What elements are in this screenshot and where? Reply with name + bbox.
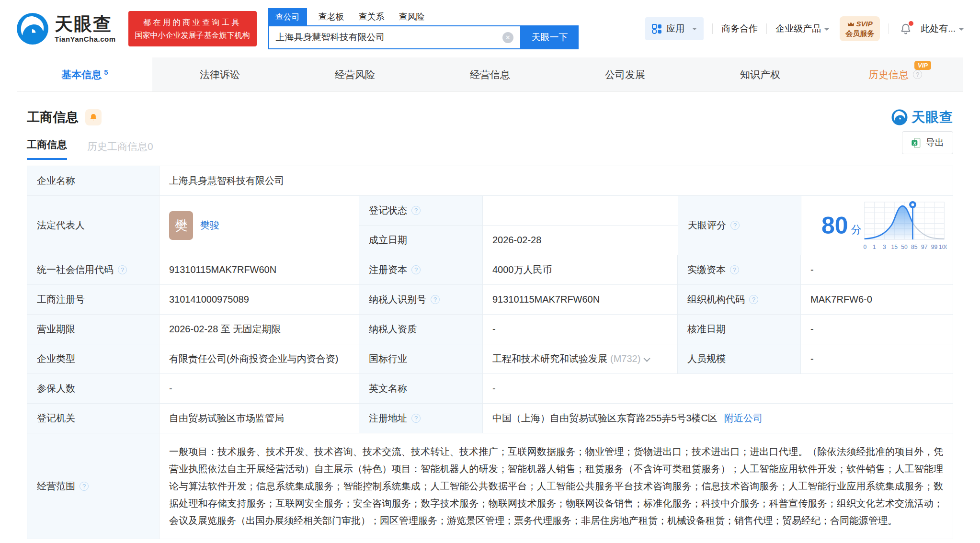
search-input-value: 上海具身慧智科技有限公司 xyxy=(276,31,502,44)
reg-number-label: 工商注册号 xyxy=(27,285,160,314)
search-module: 查公司 查老板 查关系 查风险 上海具身慧智科技有限公司 ✕ 天眼一下 xyxy=(268,8,579,49)
taxpayer-qual-value: - xyxy=(483,315,678,344)
org-code-label: 组织机构代码? xyxy=(678,285,801,314)
tab-history-info[interactable]: VIP 历史信息 ? xyxy=(828,57,963,91)
subtab-history-business-info[interactable]: 历史工商信息0 xyxy=(87,140,153,160)
search-tab-risk[interactable]: 查风险 xyxy=(399,11,425,23)
search-tab-company[interactable]: 查公司 xyxy=(268,8,307,26)
reg-address-label: 注册地址? xyxy=(359,404,483,433)
table-row-legal-rep: 法定代表人 樊 樊骏 登记状态? 成立日期 2026-02-28 天眼评分? 8… xyxy=(27,196,953,255)
main-tab-bar: 基本信息 5 法律诉讼 经营风险 经营信息 公司发展 知识产权 VIP 历史信息… xyxy=(17,57,963,92)
nav-divider xyxy=(766,23,767,34)
help-icon[interactable]: ? xyxy=(730,221,740,230)
table-row-reg-authority: 登记机关 自由贸易试验区市场监管局 注册地址? 中国（上海）自由贸易试验区东育路… xyxy=(27,404,953,433)
english-name-label: 英文名称 xyxy=(359,374,483,403)
search-tab-boss[interactable]: 查老板 xyxy=(319,11,344,23)
company-type-label: 企业类型 xyxy=(27,344,160,373)
nav-enterprise-products[interactable]: 企业级产品 xyxy=(775,23,829,35)
business-scope-value: 一般项目：技术服务、技术开发、技术咨询、技术交流、技术转让、技术推广；互联网数据… xyxy=(160,433,953,539)
notification-dot xyxy=(909,21,913,26)
svip-membership-badge[interactable]: SVIP 会员服务 xyxy=(840,16,880,41)
reg-capital-label: 注册资本? xyxy=(359,255,483,284)
top-header: 天眼查 TianYanCha.com 都在用的商业查询工具 国家中小企业发展子基… xyxy=(0,0,980,57)
search-button[interactable]: 天眼一下 xyxy=(521,25,579,49)
org-code-value: MAK7RFW6-0 xyxy=(801,285,953,314)
reg-authority-value: 自由贸易试验区市场监管局 xyxy=(160,404,359,433)
industry-value: 工程和技术研究和试验发展 (M732) xyxy=(483,344,678,373)
reg-authority-label: 登记机关 xyxy=(27,404,160,433)
help-icon[interactable]: ? xyxy=(730,265,739,274)
business-info-section: 工商信息 天眼查 工商信息 历史工商信息0 导出 xyxy=(0,108,980,539)
table-subrow-est-date: 成立日期 2026-02-28 xyxy=(359,226,678,255)
help-icon[interactable]: ? xyxy=(749,295,758,304)
help-icon[interactable]: ? xyxy=(411,265,421,274)
table-row-credit-code: 统一社会信用代码? 91310115MAK7RFW60N 注册资本? 4000万… xyxy=(27,255,953,285)
nav-divider xyxy=(712,23,713,34)
tianyancha-watermark-icon xyxy=(891,109,908,125)
svg-text:50: 50 xyxy=(901,244,908,250)
nav-divider xyxy=(889,23,889,34)
tab-legal-proceedings[interactable]: 法律诉讼 xyxy=(152,57,287,91)
search-tab-relation[interactable]: 查关系 xyxy=(359,11,385,23)
credit-code-label: 统一社会信用代码? xyxy=(27,255,160,284)
help-icon[interactable]: ? xyxy=(431,295,440,304)
tab-basic-info[interactable]: 基本信息 5 xyxy=(17,57,152,91)
table-row-business-term: 营业期限 2026-02-28 至 无固定期限 纳税人资质 - 核准日期 - xyxy=(27,315,953,344)
est-date-label: 成立日期 xyxy=(359,226,483,255)
tab-operating-risk[interactable]: 经营风险 xyxy=(287,57,422,91)
nav-business-cooperation[interactable]: 商务合作 xyxy=(721,23,758,35)
company-name-value: 上海具身慧智科技有限公司 xyxy=(160,166,953,195)
help-icon[interactable]: ? xyxy=(411,414,421,423)
export-button[interactable]: 导出 xyxy=(902,131,953,154)
brand-name: 天眼查 xyxy=(55,14,116,34)
company-type-value: 有限责任公司(外商投资企业与内资合资) xyxy=(160,344,359,373)
score-distribution-chart: 0 1 3 15 50 85 97 99 100 xyxy=(862,198,947,252)
nearby-companies-link[interactable]: 附近公司 xyxy=(724,412,763,425)
tab-operating-info[interactable]: 经营信息 xyxy=(422,57,558,91)
help-icon[interactable]: ? xyxy=(80,482,89,491)
legal-rep-link[interactable]: 樊骏 xyxy=(200,219,219,232)
legal-rep-avatar[interactable]: 樊 xyxy=(169,211,193,240)
tianyancha-logo-icon xyxy=(16,12,49,45)
reg-status-value xyxy=(483,196,678,225)
svg-text:97: 97 xyxy=(921,244,928,250)
help-icon[interactable]: ? xyxy=(411,206,421,215)
reg-capital-value: 4000万人民币 xyxy=(483,255,678,284)
paid-capital-label: 实缴资本? xyxy=(678,255,801,284)
subtab-business-info[interactable]: 工商信息 xyxy=(27,138,67,160)
notification-bell-icon[interactable] xyxy=(900,23,912,35)
help-icon[interactable]: ? xyxy=(118,265,127,274)
business-info-subtabs: 工商信息 历史工商信息0 导出 xyxy=(27,138,953,160)
search-input[interactable]: 上海具身慧智科技有限公司 ✕ xyxy=(268,25,521,49)
caret-down-icon xyxy=(824,28,829,33)
monitor-bell-icon[interactable] xyxy=(85,109,102,125)
header-nav: 应用 商务合作 企业级产品 SVIP 会员服务 此处有... xyxy=(645,16,964,41)
business-term-value: 2026-02-28 至 无固定期限 xyxy=(160,315,359,344)
svg-text:1: 1 xyxy=(873,244,876,250)
tab-count-badge: 5 xyxy=(104,68,108,76)
taxpayer-id-value: 91310115MAK7RFW60N xyxy=(483,285,678,314)
industry-code: (M732) xyxy=(610,353,640,364)
score-value: 80 分 xyxy=(801,196,954,255)
excel-icon xyxy=(911,137,922,148)
table-subrow-reg-status: 登记状态? xyxy=(359,196,678,226)
tab-intellectual-property[interactable]: 知识产权 xyxy=(693,57,828,91)
slogan-line1: 都在用的商业查询工具 xyxy=(135,16,250,29)
nav-more[interactable]: 此处有... xyxy=(921,23,964,35)
crown-icon xyxy=(847,22,855,27)
vip-tag: VIP xyxy=(914,61,931,70)
svg-text:99: 99 xyxy=(931,244,937,250)
tab-company-development[interactable]: 公司发展 xyxy=(558,57,693,91)
chevron-down-icon[interactable] xyxy=(644,355,650,362)
svg-text:100: 100 xyxy=(939,244,947,250)
tianyancha-logo[interactable]: 天眼查 TianYanCha.com xyxy=(16,12,116,45)
svg-text:85: 85 xyxy=(911,244,918,250)
svg-text:3: 3 xyxy=(883,244,886,250)
score-chart-ticks: 0 1 3 15 50 85 97 99 100 xyxy=(863,244,946,250)
clear-search-icon[interactable]: ✕ xyxy=(502,32,513,43)
section-title: 工商信息 xyxy=(27,109,79,126)
caret-down-icon xyxy=(959,28,964,33)
search-tabs: 查公司 查老板 查关系 查风险 xyxy=(268,8,579,25)
apps-menu[interactable]: 应用 xyxy=(645,17,704,40)
company-name-label: 企业名称 xyxy=(27,166,160,195)
